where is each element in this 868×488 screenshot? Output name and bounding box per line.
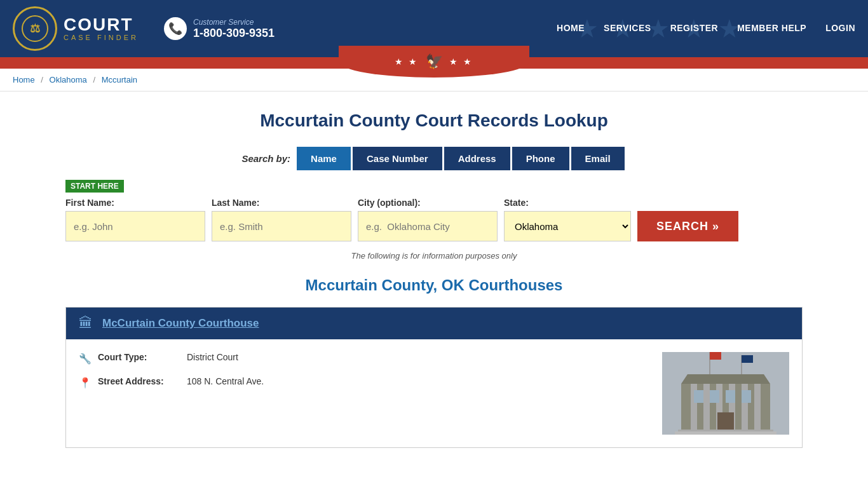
logo-area: ⚖ COURT CASE FINDER <box>13 6 139 51</box>
courthouse-body: 🔧 Court Type: District Court 📍 Street Ad… <box>66 339 802 447</box>
nav-register[interactable]: REGISTER <box>670 23 719 34</box>
street-address-label: Street Address: <box>98 376 180 386</box>
svg-rect-6 <box>703 384 710 431</box>
svg-rect-21 <box>675 431 776 435</box>
start-here-badge: START HERE <box>65 180 803 198</box>
last-name-group: Last Name: <box>212 198 351 241</box>
city-label: City (optional): <box>358 198 498 208</box>
logo-court-label: COURT <box>64 16 139 34</box>
logo-text: COURT CASE FINDER <box>64 16 139 41</box>
city-group: City (optional): <box>358 198 498 241</box>
cs-number: 1-800-309-9351 <box>193 27 275 40</box>
nav-home[interactable]: HOME <box>557 23 585 34</box>
tab-phone[interactable]: Phone <box>512 147 569 170</box>
svg-marker-4 <box>681 374 770 384</box>
breadcrumb-mccurtain[interactable]: Mccurtain <box>102 75 137 85</box>
court-type-row: 🔧 Court Type: District Court <box>79 352 649 365</box>
last-name-input[interactable] <box>212 211 351 241</box>
breadcrumb-oklahoma[interactable]: Oklahoma <box>50 75 87 85</box>
tab-case-number[interactable]: Case Number <box>353 147 442 170</box>
state-group: State: AlabamaAlaskaArizonaArkansasCalif… <box>504 198 631 241</box>
svg-rect-11 <box>694 390 703 403</box>
svg-rect-12 <box>710 390 719 403</box>
court-type-icon: 🔧 <box>79 353 92 365</box>
svg-rect-13 <box>726 390 735 403</box>
info-text: The following is for information purpose… <box>65 251 803 261</box>
svg-text:⚖: ⚖ <box>30 22 40 35</box>
courthouse-header: 🏛 McCurtain County Courthouse <box>66 308 802 339</box>
last-name-label: Last Name: <box>212 198 351 208</box>
first-name-input[interactable] <box>65 211 205 241</box>
svg-rect-19 <box>742 355 753 363</box>
state-label: State: <box>504 198 631 208</box>
tab-email[interactable]: Email <box>571 147 625 170</box>
first-name-group: First Name: <box>65 198 205 241</box>
search-button[interactable]: SEARCH » <box>637 211 738 241</box>
svg-rect-15 <box>717 412 734 431</box>
svg-rect-18 <box>710 352 721 360</box>
page-title: Mccurtain County Court Records Lookup <box>65 111 803 131</box>
wave-stars-left: ★ ★ <box>395 57 419 67</box>
cs-label: Customer Service <box>193 18 275 27</box>
street-address-row: 📍 Street Address: 108 N. Central Ave. <box>79 376 649 389</box>
wave-center: ★ ★ 🦅 ★ ★ <box>339 46 529 78</box>
customer-service: 📞 Customer Service 1-800-309-9351 <box>164 17 275 40</box>
courthouses-title: Mccurtain County, OK Courthouses <box>65 276 803 294</box>
courthouse-building-icon: 🏛 <box>79 315 93 332</box>
main-nav: HOME SERVICES REGISTER MEMBER HELP LOGIN <box>557 23 855 34</box>
breadcrumb-sep-1: / <box>41 75 43 85</box>
search-by-label: Search by: <box>241 153 290 164</box>
eagle-icon: 🦅 <box>426 53 443 70</box>
search-form: First Name: Last Name: City (optional): … <box>65 198 803 241</box>
city-input[interactable] <box>358 211 498 241</box>
logo-icon: ⚖ <box>13 6 57 51</box>
start-here-label: START HERE <box>65 180 124 193</box>
state-select[interactable]: AlabamaAlaskaArizonaArkansasCaliforniaCo… <box>504 211 631 241</box>
court-type-value: District Court <box>187 352 238 362</box>
svg-rect-14 <box>742 390 751 403</box>
courthouse-image <box>662 352 789 435</box>
nav-services[interactable]: SERVICES <box>604 23 651 34</box>
courthouse-card: 🏛 McCurtain County Courthouse 🔧 Court Ty… <box>65 307 803 448</box>
breadcrumb-home[interactable]: Home <box>13 75 35 85</box>
cs-text: Customer Service 1-800-309-9351 <box>193 18 275 40</box>
court-type-label: Court Type: <box>98 352 180 362</box>
tab-name[interactable]: Name <box>297 147 351 170</box>
nav-login[interactable]: LOGIN <box>825 23 855 34</box>
courthouse-info: 🔧 Court Type: District Court 📍 Street Ad… <box>79 352 649 435</box>
tab-address[interactable]: Address <box>444 147 510 170</box>
courthouse-name[interactable]: McCurtain County Courthouse <box>102 317 259 330</box>
main-content: Mccurtain County Court Records Lookup Se… <box>53 92 815 480</box>
first-name-label: First Name: <box>65 198 205 208</box>
street-address-value: 108 N. Central Ave. <box>187 376 264 386</box>
red-wave-banner: ★ ★ 🦅 ★ ★ <box>0 57 868 69</box>
nav-member-help[interactable]: MEMBER HELP <box>737 23 806 34</box>
svg-rect-10 <box>754 384 761 431</box>
logo-case-finder-label: CASE FINDER <box>64 34 139 41</box>
phone-icon: 📞 <box>164 17 187 40</box>
breadcrumb-sep-2: / <box>93 75 95 85</box>
address-pin-icon: 📍 <box>79 377 92 389</box>
wave-stars-right: ★ ★ <box>449 57 474 67</box>
search-by-row: Search by: Name Case Number Address Phon… <box>65 147 803 170</box>
